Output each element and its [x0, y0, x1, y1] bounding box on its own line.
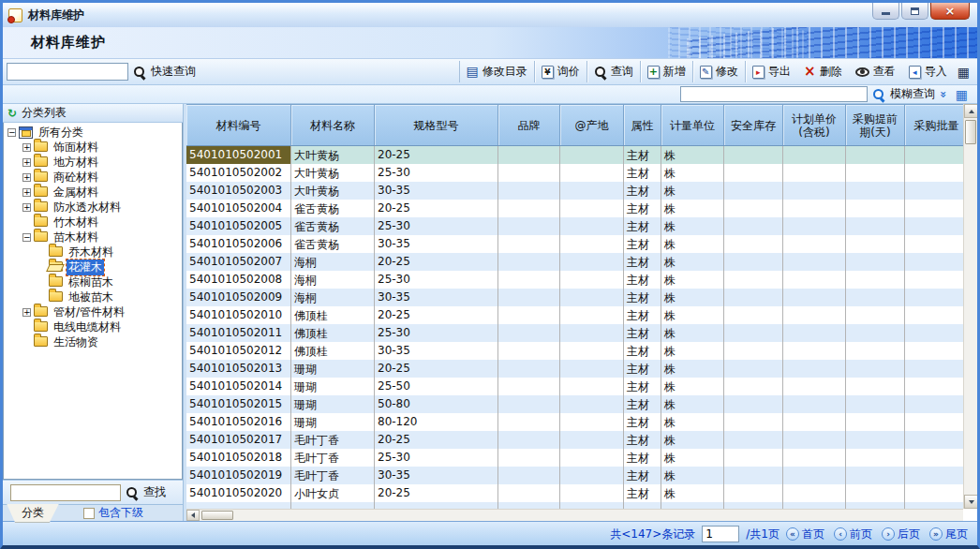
table-cell: 30-35 — [375, 235, 498, 253]
table-row[interactable]: 5401010502002大叶黄杨25-30主材株 — [186, 164, 963, 182]
table-cell: 20-25 — [375, 306, 498, 324]
query-button[interactable]: 查询 — [587, 61, 641, 82]
tree-item[interactable]: +地方材料 — [4, 155, 182, 170]
tree-item[interactable]: 地被苗木 — [4, 289, 182, 304]
tree-item[interactable]: +金属材料 — [4, 185, 182, 200]
table-row[interactable]: 5401010502003大叶黄杨30-35主材株 — [186, 182, 963, 200]
folder-icon — [34, 171, 48, 182]
tree-item[interactable]: 棕榈苗木 — [4, 274, 182, 289]
export-button[interactable]: ▸导出 — [746, 61, 797, 82]
tree-item[interactable]: −苗木材料 — [4, 230, 182, 245]
next-page-button[interactable]: ›后页 — [882, 527, 920, 542]
column-header[interactable]: 属性 — [624, 105, 661, 145]
vertical-scroll-thumb[interactable] — [965, 120, 976, 144]
include-children-checkbox[interactable] — [83, 508, 95, 519]
table-cell — [498, 378, 560, 395]
table-cell: 主材 — [624, 413, 661, 431]
column-header[interactable]: 材料名称 — [291, 105, 375, 145]
horizontal-scroll-thumb[interactable] — [201, 511, 233, 520]
tree-item[interactable]: 花灌木 — [4, 260, 182, 274]
column-header[interactable]: 计量单位 — [661, 105, 724, 145]
quick-search-input[interactable] — [7, 63, 128, 81]
tree-item[interactable]: 竹木材料 — [4, 215, 182, 230]
column-settings-icon[interactable]: ▦ — [952, 88, 972, 101]
column-header[interactable]: 材料编号 — [186, 105, 291, 145]
modify-button[interactable]: ✎修改 — [693, 61, 746, 82]
table-row[interactable]: 5401010502009海桐30-35主材株 — [186, 289, 963, 306]
last-page-button[interactable]: »尾页 — [929, 527, 968, 542]
tree-item[interactable]: +饰面材料 — [4, 140, 182, 155]
table-cell: 株 — [661, 378, 724, 395]
inquiry-button[interactable]: ¥询价 — [535, 61, 587, 82]
column-header[interactable]: @产地 — [560, 105, 624, 145]
prev-page-button[interactable]: ‹前页 — [834, 527, 872, 542]
expand-icon[interactable]: + — [22, 143, 31, 152]
column-header[interactable]: 品牌 — [498, 105, 560, 145]
find-label: 查找 — [143, 484, 166, 500]
include-children-option[interactable]: 包含下级 — [83, 505, 143, 521]
column-header[interactable]: 计划单价(含税) — [783, 105, 846, 145]
tree-item[interactable]: +防水透水材料 — [4, 200, 182, 215]
fuzzy-search-icon[interactable] — [872, 88, 885, 101]
tab-category[interactable]: 分类 — [7, 504, 59, 523]
add-button[interactable]: +新增 — [641, 61, 693, 82]
close-button[interactable]: × — [930, 3, 970, 20]
expand-icon[interactable]: + — [22, 188, 31, 197]
tree-item-label: 金属材料 — [52, 185, 100, 200]
column-header[interactable]: 采购提前期(天) — [846, 105, 905, 145]
expand-icon[interactable]: + — [22, 308, 31, 317]
column-header[interactable]: 规格型号 — [375, 105, 498, 145]
scroll-down-button[interactable] — [964, 495, 978, 509]
column-header[interactable]: 采购批量 — [905, 105, 969, 145]
find-input[interactable] — [10, 484, 121, 501]
tree-item[interactable]: −所有分类 — [4, 125, 182, 140]
table-row[interactable]: 5401010502010佛顶桂20-25主材株 — [186, 306, 963, 324]
layout-grid-icon[interactable]: ▦ — [954, 66, 973, 79]
table-row[interactable]: 5401010502006雀舌黄杨30-35主材株 — [186, 235, 963, 253]
table-row[interactable]: 5401010502016珊瑚80-120主材株 — [186, 413, 963, 431]
table-row[interactable]: 5401010502017毛叶丁香20-25主材株 — [186, 431, 963, 449]
tree-item[interactable]: 生活物资 — [4, 334, 182, 349]
table-row[interactable]: 5401010502004雀舌黄杨20-25主材株 — [186, 200, 963, 217]
table-row[interactable]: 5401010502008海桐25-30主材株 — [186, 271, 963, 289]
view-button[interactable]: 查看 — [849, 61, 902, 82]
table-row[interactable]: 5401010502015珊瑚50-80主材株 — [186, 395, 963, 413]
fuzzy-search-input[interactable] — [680, 86, 868, 102]
import-button[interactable]: ◂导入 — [902, 61, 954, 82]
table-cell — [783, 413, 846, 431]
expand-icon[interactable]: + — [22, 158, 31, 167]
tree-item[interactable]: 电线电缆材料 — [4, 319, 182, 334]
table-row[interactable]: 5401010502013珊瑚20-25主材株 — [186, 360, 963, 378]
find-icon[interactable] — [126, 486, 139, 499]
tree-item[interactable]: +管材/管件材料 — [4, 304, 182, 319]
maximize-button[interactable] — [901, 3, 928, 20]
page-number-input[interactable] — [702, 526, 739, 542]
column-header[interactable]: 安全库存 — [724, 105, 783, 145]
table-row[interactable]: 5401010502007海桐20-25主材株 — [186, 253, 963, 271]
table-cell — [560, 200, 624, 217]
collapse-icon[interactable]: − — [22, 233, 31, 242]
tree-item-label: 所有分类 — [37, 125, 85, 141]
tree-item[interactable]: +商砼材料 — [4, 170, 182, 185]
tree-item[interactable]: 乔木材料 — [4, 245, 182, 260]
add-label: 新增 — [663, 64, 686, 80]
chevron-down-icon[interactable]: » — [937, 91, 950, 98]
minimize-button[interactable] — [872, 3, 899, 20]
delete-button[interactable]: ×删除 — [797, 61, 849, 82]
scroll-up-button[interactable] — [964, 104, 978, 118]
first-page-button[interactable]: «首页 — [786, 527, 824, 542]
table-row[interactable]: 5401010502012佛顶桂30-35主材株 — [186, 342, 963, 360]
table-row[interactable]: 5401010502018毛叶丁香25-30主材株 — [186, 449, 963, 467]
table-row[interactable]: 5401010502001大叶黄杨20-25主材株 — [186, 146, 963, 164]
table-row[interactable]: 5401010502020小叶女贞20-25主材株 — [186, 484, 963, 502]
collapse-icon[interactable]: − — [7, 128, 16, 137]
refresh-icon[interactable]: ↻ — [7, 107, 17, 120]
modify-catalog-button[interactable]: ▤修改目录 — [460, 61, 535, 82]
table-row[interactable]: 5401010502019毛叶丁香30-35主材株 — [186, 467, 963, 484]
expand-icon[interactable]: + — [22, 203, 31, 212]
table-row[interactable]: 5401010502011佛顶桂25-30主材株 — [186, 324, 963, 342]
table-row[interactable]: 5401010502005雀舌黄杨25-30主材株 — [186, 217, 963, 235]
table-row[interactable]: 5401010502014珊瑚25-50主材株 — [186, 378, 963, 395]
expand-icon[interactable]: + — [22, 173, 31, 182]
scroll-left-button[interactable] — [186, 510, 200, 521]
